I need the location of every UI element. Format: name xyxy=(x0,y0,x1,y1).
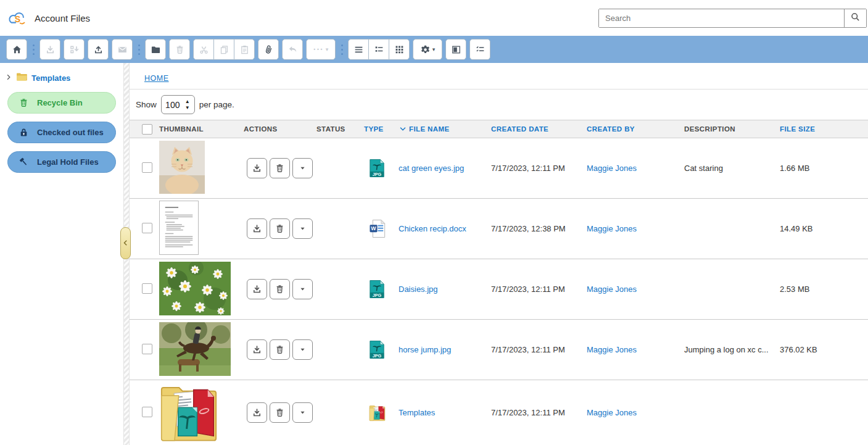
sidebar-collapse-handle[interactable] xyxy=(120,227,131,259)
copy-icon xyxy=(219,44,229,55)
row-download-button[interactable] xyxy=(247,279,267,299)
email-button[interactable] xyxy=(112,39,133,60)
row-more-actions-dropdown[interactable] xyxy=(292,218,313,239)
row-more-actions-dropdown[interactable] xyxy=(292,339,313,360)
created-by-link[interactable]: Maggie Jones xyxy=(587,224,637,233)
sidebar-recycle-bin-button[interactable]: Recycle Bin xyxy=(7,92,116,114)
settings-gear-button[interactable]: ▾ xyxy=(413,39,442,60)
download-icon xyxy=(252,163,262,173)
chevron-left-icon xyxy=(122,238,129,249)
sidebar-checked-out-files-button[interactable]: Checked out files xyxy=(7,122,116,143)
upload-button[interactable] xyxy=(88,39,109,60)
file-name-link[interactable]: Daisies.jpg xyxy=(399,285,438,294)
folder-thumbnail[interactable] xyxy=(159,380,218,443)
column-header-type[interactable]: TYPE xyxy=(364,125,399,133)
column-header-created-by[interactable]: CREATED BY xyxy=(587,125,684,133)
created-date-cell: 7/17/2023, 12:11 PM xyxy=(491,408,587,417)
account-files-page: S Account Files ···▾▾ Templ xyxy=(0,0,868,445)
created-by-link[interactable]: Maggie Jones xyxy=(587,345,637,354)
home-button[interactable] xyxy=(6,39,27,60)
checklist-icon xyxy=(475,44,486,55)
download-icon xyxy=(252,407,262,418)
more-button[interactable]: ···▾ xyxy=(306,39,336,60)
file-name-link[interactable]: horse jump.jpg xyxy=(399,345,451,354)
created-by-link[interactable]: Maggie Jones xyxy=(587,408,637,417)
row-download-button[interactable] xyxy=(247,158,267,178)
row-more-actions-dropdown[interactable] xyxy=(292,158,313,178)
row-checkbox[interactable] xyxy=(142,344,152,354)
trash-icon xyxy=(175,44,185,55)
list-view-icon xyxy=(353,44,364,55)
row-checkbox[interactable] xyxy=(142,223,152,233)
table-row: JPGDaisies.jpg7/17/2023, 12:11 PMMaggie … xyxy=(130,259,868,320)
multi-download-button[interactable] xyxy=(64,39,85,60)
sidebar-button-label: Legal Hold Files xyxy=(37,157,99,167)
docx-file-icon: W xyxy=(364,219,399,238)
list-view-button[interactable] xyxy=(348,39,369,60)
created-by-link[interactable]: Maggie Jones xyxy=(587,164,637,173)
checklist-button[interactable] xyxy=(469,39,490,60)
search-button[interactable] xyxy=(844,9,866,27)
file-name-link[interactable]: cat green eyes.jpg xyxy=(399,164,464,173)
trash-icon xyxy=(19,98,29,108)
row-delete-button[interactable] xyxy=(270,339,290,360)
grid-view-button[interactable] xyxy=(389,39,410,60)
horse-photo-thumbnail[interactable] xyxy=(159,322,231,376)
trash-icon xyxy=(275,407,285,418)
file-size-cell: 14.49 KB xyxy=(780,224,868,233)
copy-button[interactable] xyxy=(213,39,234,60)
row-delete-button[interactable] xyxy=(270,158,290,178)
lock-icon xyxy=(19,127,29,138)
row-delete-button[interactable] xyxy=(270,279,290,299)
created-by-link[interactable]: Maggie Jones xyxy=(587,285,637,294)
row-download-button[interactable] xyxy=(247,402,267,423)
main-panel: HOME Show ▲ ▼ per page. THUMBNAILACTIONS… xyxy=(130,63,868,445)
preview-pane-button[interactable] xyxy=(445,39,466,60)
file-name-link[interactable]: Templates xyxy=(399,408,435,417)
column-header-file-name[interactable]: FILE NAME xyxy=(399,125,491,133)
word-doc-thumbnail[interactable] xyxy=(159,201,199,255)
paste-button[interactable] xyxy=(234,39,255,60)
per-page-input[interactable] xyxy=(162,100,184,110)
column-header-file-size[interactable]: FILE SIZE xyxy=(780,125,868,133)
trash-button[interactable] xyxy=(169,39,190,60)
top-header: S Account Files xyxy=(0,0,868,36)
sidebar-legal-hold-files-button[interactable]: Legal Hold Files xyxy=(7,151,116,173)
grid-view-icon xyxy=(394,44,405,55)
detail-view-button[interactable] xyxy=(368,39,389,60)
show-label: Show xyxy=(136,100,157,109)
table-row: WChicken recip.docx7/17/2023, 12:38 PMMa… xyxy=(130,199,868,259)
toolbar: ···▾▾ xyxy=(0,36,868,63)
chevron-right-icon[interactable] xyxy=(5,72,12,83)
row-more-actions-dropdown[interactable] xyxy=(292,402,313,423)
spinner-up-arrow[interactable]: ▲ xyxy=(185,100,190,104)
svg-text:JPG: JPG xyxy=(373,172,382,177)
cat-photo-thumbnail[interactable] xyxy=(159,141,205,194)
row-more-actions-dropdown[interactable] xyxy=(292,279,313,299)
undo-button[interactable] xyxy=(282,39,303,60)
row-checkbox[interactable] xyxy=(142,283,152,294)
link-button[interactable] xyxy=(258,39,279,60)
spinner-down-arrow[interactable]: ▼ xyxy=(185,106,190,110)
download-button[interactable] xyxy=(39,39,60,60)
row-download-button[interactable] xyxy=(247,339,267,360)
svg-text:JPG: JPG xyxy=(373,353,382,359)
row-checkbox[interactable] xyxy=(142,407,152,417)
row-delete-button[interactable] xyxy=(270,218,290,239)
cut-button[interactable] xyxy=(193,39,214,60)
file-name-link[interactable]: Chicken recip.docx xyxy=(399,224,466,233)
row-checkbox[interactable] xyxy=(142,162,152,173)
folder-button[interactable] xyxy=(145,39,166,60)
row-delete-button[interactable] xyxy=(270,402,290,423)
table-body: JPGcat green eyes.jpg7/17/2023, 12:11 PM… xyxy=(130,138,868,445)
search-input[interactable] xyxy=(599,9,844,27)
breadcrumb-home-link[interactable]: HOME xyxy=(144,74,169,83)
sidebar-item-label: Templates xyxy=(31,73,70,83)
row-download-button[interactable] xyxy=(247,218,267,239)
select-all-checkbox[interactable] xyxy=(142,124,152,135)
created-date-cell: 7/17/2023, 12:11 PM xyxy=(491,164,587,173)
column-header-created-date[interactable]: CREATED DATE xyxy=(491,125,587,133)
daisies-photo-thumbnail[interactable] xyxy=(159,262,231,315)
download-icon xyxy=(252,344,262,355)
sidebar-item-templates[interactable]: Templates xyxy=(0,72,123,84)
